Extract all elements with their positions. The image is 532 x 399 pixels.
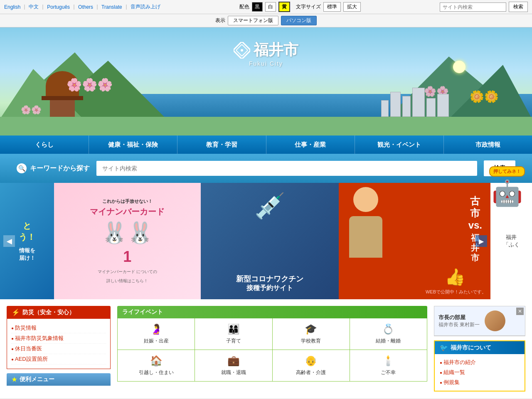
smartphone-view-button[interactable]: スマートフォン版 (228, 16, 278, 25)
pc-view-button[interactable]: パソコン版 (281, 16, 317, 25)
font-large-button[interactable]: 拡大 (343, 2, 361, 12)
color-black-button[interactable]: 黒 (252, 2, 263, 12)
about-fukui-box: 🐦 福井市について 福井市の紹介 組織一覧 例規集 (434, 340, 525, 392)
slide-mynumber[interactable]: これからは手放せない！ マイナンバーカード 🐰🐰 1 マイナンバーカード につい… (54, 183, 201, 299)
work-icon: 💼 (227, 355, 240, 367)
header-banner: 🌸🌸🌸 🌸🌸 🌼🌼 🌸🌸 福井市 Fukui C (0, 27, 532, 135)
mayor-header: 市長の部屋 福井市長 東村新一 (434, 306, 525, 336)
life-label-0: 妊娠・出産 (144, 337, 169, 345)
life-item-2[interactable]: 🎓 学校教育 (273, 318, 350, 350)
slide-left-ghost: と う！ 情報を 届け！ ◀ (0, 183, 54, 299)
bousai-link-0[interactable]: 防災情報 (11, 323, 106, 333)
right-ghost-text1: 福井 (506, 234, 517, 241)
push-label: 押してみネ！ (489, 166, 525, 177)
bousai-links: 防災情報 福井市防災気象情報 休日当番医 AED設置箇所 (7, 319, 111, 369)
font-size-label: 文字サイズ (296, 3, 321, 10)
bottom-content: ⚡ 防災（安全・安心） 防災情報 福井市防災気象情報 休日当番医 AED設置箇所… (0, 299, 532, 398)
close-mayor-button[interactable]: ✕ (516, 308, 524, 315)
bousai-title: ⚡ 防災（安全・安心） (7, 306, 111, 319)
color-white-button[interactable]: 白 (265, 2, 276, 12)
top-search-input[interactable] (440, 2, 506, 12)
nav-kurashi[interactable]: くらし (0, 135, 89, 154)
chinese-link[interactable]: 中文 (29, 3, 39, 10)
slide-furui[interactable]: 古市vs. 福井市 WEBで公開中！みたいです。 👍 (339, 183, 490, 299)
life-item-4[interactable]: 🏠 引越し・住まい (118, 350, 195, 381)
portuguese-link[interactable]: Português (47, 4, 70, 10)
translate-link[interactable]: Translate (101, 4, 122, 10)
color-yellow-button[interactable]: 黄 (278, 2, 290, 12)
bird-icon: 🐦 (440, 344, 448, 352)
about-fukui-header: 🐦 福井市について (435, 341, 525, 354)
about-link-2[interactable]: 例規集 (440, 377, 520, 387)
corona-slide-label: 新型コロナワクチン 接種予約サイト (236, 274, 303, 293)
life-label-4: 引越し・住まい (139, 369, 174, 376)
life-events-grid: 🤰 妊娠・出産 👨‍👩‍👦 子育て 🎓 学校教育 💍 結婚・離婚 🏠 引越し・住… (117, 318, 427, 382)
push-character-widget[interactable]: 押してみネ！ 🤖 (486, 166, 528, 208)
life-label-3: 結婚・離婚 (376, 337, 401, 345)
header-logo: 福井市 Fukui City (234, 40, 298, 67)
ghost-sub-1: 情報を (19, 247, 35, 254)
search-icon: 🔍 (17, 163, 27, 173)
main-navigation: くらし 健康・福祉・保険 教育・学習 仕事・産業 観光・イベント 市政情報 (0, 135, 532, 154)
voice-read-link[interactable]: 音声読み上げ (131, 3, 160, 10)
ghost-text-2: う！ (19, 232, 35, 243)
star-icon: ★ (12, 376, 17, 383)
slide-corona[interactable]: 💉 新型コロナワクチン 接種予約サイト (201, 183, 339, 299)
life-item-7[interactable]: 🕯️ ご不幸 (350, 350, 427, 381)
building-area (381, 88, 449, 117)
life-item-6[interactable]: 👴 高齢者・介護 (273, 350, 350, 381)
content-slider: と う！ 情報を 届け！ ◀ これからは手放せない！ マイナンバーカード 🐰🐰 … (0, 183, 532, 299)
svg-point-7 (241, 49, 243, 52)
about-fukui-links: 福井市の紹介 組織一覧 例規集 (435, 354, 525, 391)
slider-prev-button[interactable]: ◀ (3, 235, 15, 247)
about-link-1[interactable]: 組織一覧 (440, 367, 520, 377)
slider-next-button[interactable]: ▶ (475, 235, 487, 247)
ghost-text-1: と (23, 220, 31, 232)
top-bar: English ｜ 中文 ｜ Português ｜ Others ｜ Tran… (0, 0, 532, 14)
bousai-link-3[interactable]: AED設置箇所 (11, 354, 106, 365)
life-label-7: ご不幸 (381, 369, 396, 376)
moon (453, 61, 466, 73)
top-search-button[interactable]: 検索 (509, 2, 528, 12)
benri-section-title: ★ 便利メニュー (7, 373, 111, 386)
main-search-section: 🔍 キーワードから探す 検索 (0, 154, 532, 183)
bousai-section: ⚡ 防災（安全・安心） 防災情報 福井市防災気象情報 休日当番医 AED設置箇所… (7, 306, 111, 392)
font-standard-button[interactable]: 標準 (323, 2, 341, 12)
life-label-6: 高齢者・介護 (296, 369, 326, 376)
marriage-icon: 💍 (382, 323, 394, 335)
nav-shisei[interactable]: 市政情報 (444, 135, 532, 154)
display-toggle-bar: 表示 スマートフォン版 パソコン版 (0, 14, 532, 27)
pregnancy-icon: 🤰 (150, 323, 163, 335)
about-link-0[interactable]: 福井市の紹介 (440, 357, 520, 367)
vaccine-icon: 💉 (254, 191, 286, 221)
nav-kenko[interactable]: 健康・福祉・保険 (89, 135, 178, 154)
slides-container: これからは手放せない！ マイナンバーカード 🐰🐰 1 マイナンバーカード につい… (54, 183, 490, 299)
mayor-section: ✕ 市長の部屋 福井市長 東村新一 🐦 福井市について 福井市の紹介 組織一覧 (434, 306, 525, 392)
english-link[interactable]: English (4, 4, 20, 10)
person-silhouette (343, 183, 389, 266)
life-item-0[interactable]: 🤰 妊娠・出産 (118, 318, 195, 350)
main-search-input[interactable] (96, 161, 477, 176)
search-label: 🔍 キーワードから探す (17, 163, 90, 173)
nav-kyoiku[interactable]: 教育・学習 (177, 135, 266, 154)
life-item-3[interactable]: 💍 結婚・離婚 (350, 318, 427, 350)
nav-kanko[interactable]: 観光・イベント (355, 135, 444, 154)
display-label: 表示 (215, 17, 225, 24)
ghost-sub-2: 届け！ (19, 254, 35, 262)
mynumber-number: 1 (123, 248, 131, 266)
nav-shigoto[interactable]: 仕事・産業 (266, 135, 355, 154)
others-link[interactable]: Others (78, 4, 93, 10)
elderly-icon: 👴 (305, 355, 317, 367)
mayor-title: 市長の部屋 (438, 314, 480, 321)
mynumber-main-title: マイナンバーカード (90, 206, 165, 217)
life-item-5[interactable]: 💼 就職・退職 (195, 350, 272, 381)
bousai-link-1[interactable]: 福井市防災気象情報 (11, 333, 106, 344)
life-label-1: 子育て (226, 337, 241, 345)
mayor-name: 福井市長 東村新一 (438, 321, 480, 328)
life-item-1[interactable]: 👨‍👩‍👦 子育て (195, 318, 272, 350)
funeral-icon: 🕯️ (382, 355, 394, 367)
right-ghost-text2: 「ふく (503, 241, 520, 249)
thumbs-up-icon: 👍 (445, 267, 466, 287)
mynumber-heading: これからは手放せない！ (102, 198, 153, 204)
bousai-link-2[interactable]: 休日当番医 (11, 344, 106, 354)
